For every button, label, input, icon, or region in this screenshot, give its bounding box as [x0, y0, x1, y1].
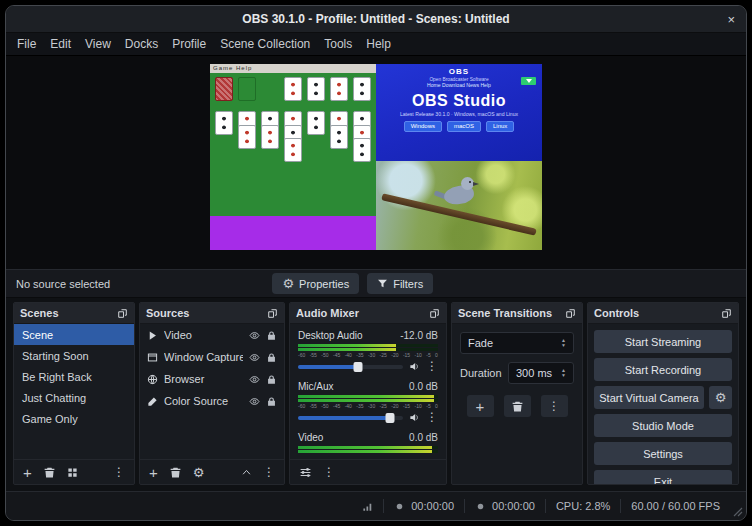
menu-profile[interactable]: Profile: [165, 33, 213, 56]
title-bar: OBS 30.1.0 - Profile: Untitled - Scenes:…: [6, 6, 746, 33]
settings-button[interactable]: Settings: [594, 442, 732, 465]
channel-name: Video: [298, 432, 323, 443]
stream-indicator-icon: [475, 501, 486, 512]
speaker-icon[interactable]: [409, 361, 420, 372]
controls-title: Controls: [594, 307, 639, 319]
start-virtual-camera-button[interactable]: Start Virtual Camera: [594, 386, 704, 409]
mixer-settings-icon[interactable]: [299, 466, 312, 479]
mixer-channel-desktop-audio: Desktop Audio -12.0 dB -60-55-50-45-40-3…: [298, 330, 438, 373]
volume-meter: [298, 446, 438, 449]
sources-panel-header: Sources: [140, 303, 284, 324]
add-source-button[interactable]: +: [149, 466, 158, 479]
remove-source-button[interactable]: [169, 466, 182, 479]
spin-arrows-icon[interactable]: ▲▼: [561, 368, 566, 378]
site-heading: OBS Studio: [376, 92, 542, 110]
source-row[interactable]: Browser: [140, 368, 284, 390]
mixer-menu-button[interactable]: ⋮: [323, 466, 335, 479]
scene-grid-mode-button[interactable]: [67, 467, 78, 478]
duration-spinbox[interactable]: 300 ms ▲▼: [508, 362, 574, 384]
card-slot: [238, 77, 256, 101]
channel-menu-button[interactable]: ⋮: [426, 411, 438, 424]
virtual-camera-settings-button[interactable]: ⚙: [709, 386, 732, 409]
transition-menu-button[interactable]: ⋮: [541, 395, 568, 417]
lock-icon[interactable]: [266, 396, 277, 407]
close-button[interactable]: ×: [727, 6, 735, 32]
preview-canvas[interactable]: Game Help: [210, 64, 542, 250]
sources-title: Sources: [146, 307, 189, 319]
speaker-icon[interactable]: [409, 412, 420, 423]
source-toolbar: No source selected ⚙ Properties Filters: [6, 269, 746, 298]
channel-menu-button[interactable]: ⋮: [426, 360, 438, 373]
exit-button[interactable]: Exit: [594, 470, 732, 484]
card: [307, 77, 325, 101]
lock-icon[interactable]: [266, 352, 277, 363]
channel-db: 0.0 dB: [409, 432, 438, 443]
sources-list: Video Window Capture Browser: [140, 324, 284, 459]
menu-file[interactable]: File: [10, 33, 43, 56]
preview-area: Game Help: [6, 56, 746, 269]
add-transition-button[interactable]: +: [467, 395, 494, 417]
card: [307, 111, 325, 135]
scenes-list: Scene Starting Soon Be Right Back Just C…: [14, 324, 134, 459]
volume-slider-knob[interactable]: [386, 413, 395, 423]
db-scale: -60-55-50-45-40-35-30-25-20-15-10-50: [298, 352, 438, 358]
card: [284, 138, 302, 162]
popout-icon[interactable]: [267, 308, 278, 319]
eye-icon[interactable]: [249, 352, 260, 363]
menu-view[interactable]: View: [78, 33, 118, 56]
controls-panel: Controls Start Streaming Start Recording…: [587, 302, 739, 485]
eye-icon[interactable]: [249, 374, 260, 385]
scene-item[interactable]: Just Chatting: [14, 387, 134, 408]
cpu-usage: CPU: 2.8%: [556, 500, 610, 512]
source-row[interactable]: Window Capture: [140, 346, 284, 368]
menu-edit[interactable]: Edit: [43, 33, 78, 56]
scene-item[interactable]: Be Right Back: [14, 366, 134, 387]
eye-icon[interactable]: [249, 330, 260, 341]
eye-icon[interactable]: [249, 396, 260, 407]
source-row[interactable]: Color Source: [140, 390, 284, 412]
popout-icon[interactable]: [117, 308, 128, 319]
volume-meter: [298, 348, 438, 351]
volume-slider[interactable]: [298, 416, 403, 420]
duration-label: Duration: [460, 367, 502, 379]
menu-help[interactable]: Help: [359, 33, 398, 56]
popout-icon[interactable]: [721, 308, 732, 319]
duration-value: 300 ms: [516, 367, 552, 379]
status-bar: 00:00:00 00:00:00 CPU: 2.8% 60.00 / 60.0…: [6, 491, 746, 520]
scene-item[interactable]: Scene: [14, 324, 134, 345]
volume-slider[interactable]: [298, 365, 403, 369]
popout-icon[interactable]: [429, 308, 440, 319]
properties-button[interactable]: ⚙ Properties: [272, 273, 359, 294]
start-recording-button[interactable]: Start Recording: [594, 358, 732, 381]
site-nav: Home Download News Help: [388, 82, 529, 87]
audio-mixer-header: Audio Mixer: [290, 303, 446, 324]
studio-mode-button[interactable]: Studio Mode: [594, 414, 732, 437]
add-scene-button[interactable]: +: [23, 466, 32, 479]
remove-scene-button[interactable]: [43, 466, 56, 479]
menu-scene-collection[interactable]: Scene Collection: [213, 33, 317, 56]
channel-db: 0.0 dB: [409, 381, 438, 392]
mixer-channel-video: Video 0.0 dB: [298, 432, 438, 453]
popout-icon[interactable]: [565, 308, 576, 319]
lock-icon[interactable]: [266, 374, 277, 385]
menu-tools[interactable]: Tools: [317, 33, 359, 56]
scene-item[interactable]: Starting Soon: [14, 345, 134, 366]
filters-button[interactable]: Filters: [367, 273, 433, 294]
globe-icon: [147, 374, 158, 385]
lock-icon[interactable]: [266, 330, 277, 341]
source-row[interactable]: Video: [140, 324, 284, 346]
move-source-up-button[interactable]: [241, 467, 252, 478]
transition-select[interactable]: Fade ▲▼: [460, 332, 574, 354]
menu-docks[interactable]: Docks: [118, 33, 165, 56]
start-streaming-button[interactable]: Start Streaming: [594, 330, 732, 353]
sources-toolbar: + ⚙ ⋮: [140, 459, 284, 484]
resize-grip[interactable]: [733, 507, 743, 517]
media-play-icon: [147, 330, 158, 341]
scenes-menu-button[interactable]: ⋮: [113, 466, 125, 479]
source-properties-button[interactable]: ⚙: [193, 466, 205, 479]
filters-label: Filters: [393, 278, 423, 290]
remove-transition-button[interactable]: [504, 395, 531, 417]
scene-item[interactable]: Game Only: [14, 408, 134, 429]
sources-menu-button[interactable]: ⋮: [263, 466, 275, 479]
volume-slider-knob[interactable]: [353, 362, 362, 372]
